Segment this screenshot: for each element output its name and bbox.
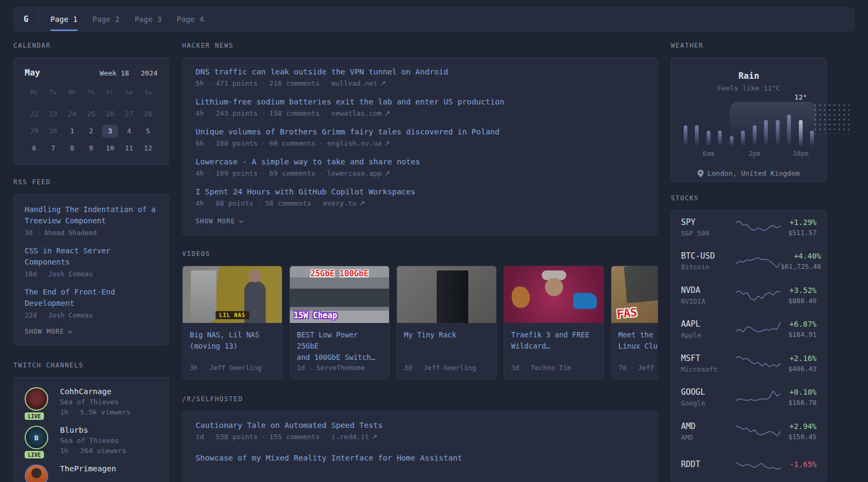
hn-domain-link[interactable]: lowercase.app bbox=[327, 169, 382, 177]
calendar-day: 6 bbox=[25, 142, 43, 155]
hn-comments-link[interactable]: 158 comments bbox=[270, 109, 320, 117]
stock-change: +4.40% bbox=[781, 252, 821, 260]
rss-link[interactable]: CSS in React Server Components bbox=[25, 245, 158, 268]
hn-link[interactable]: I Spent 24 Hours with GitHub Copilot Wor… bbox=[196, 187, 645, 196]
rss-item: Handling The Indentation of a Treeview C… bbox=[25, 204, 158, 237]
hn-domain-link[interactable]: every.to bbox=[323, 199, 357, 207]
weather-current-temp: 12° bbox=[795, 93, 807, 101]
video-meta: 1d·ServeTheHome bbox=[297, 364, 382, 372]
twitch-channel-blurbs[interactable]: B LIVE Blurbs Sea of Thieves 1h·264 view… bbox=[25, 426, 158, 455]
stock-price: $184.91 bbox=[781, 330, 817, 338]
reddit-link[interactable]: Cautionary Tale on Automated Speed Tests bbox=[196, 421, 645, 430]
video-card[interactable]: Traefik 3 and FREEWildcard… 3d·Techno Ti… bbox=[504, 266, 604, 379]
hn-link[interactable]: DNS traffic can leak outside the VPN tun… bbox=[196, 67, 645, 76]
weather-bar bbox=[776, 120, 780, 146]
stock-ticker: GOOGL bbox=[681, 387, 736, 397]
stock-row-nvda[interactable]: NVDANVIDIA +3.52%$888.40 bbox=[681, 278, 817, 313]
channel-meta: 1h·5.5k viewers bbox=[60, 408, 130, 416]
section-title-twitch: TWITCH CHANNELS bbox=[13, 362, 169, 369]
calendar-day: 25 bbox=[81, 108, 100, 120]
stock-name: AMD bbox=[681, 433, 736, 441]
channel-name: ThePrimeagen bbox=[60, 464, 116, 473]
hn-domain-link[interactable]: mullvad.net bbox=[331, 79, 377, 87]
rss-show-more-button[interactable]: SHOW MORE bbox=[25, 328, 158, 335]
reddit-domain-link[interactable]: i.redd.it bbox=[331, 433, 369, 441]
weather-axis-label: 2pm bbox=[749, 150, 760, 157]
video-card[interactable]: My Tiny Rack 3d·Jeff Geerling bbox=[396, 266, 497, 379]
hn-link[interactable]: Unique volumes of Brothers Grimm fairy t… bbox=[196, 127, 645, 136]
video-thumbnail bbox=[397, 266, 496, 323]
hn-comments-link[interactable]: 60 comments bbox=[270, 139, 316, 147]
weather-bar bbox=[741, 131, 745, 146]
stock-row-btc[interactable]: BTC-USDBitcoin +4.40%$61,725.48 bbox=[681, 245, 817, 279]
rss-link[interactable]: The End of Front-End Development bbox=[25, 287, 158, 309]
stock-row-amd[interactable]: AMDAMD +2.94%$150.45 bbox=[681, 415, 817, 449]
stock-row-msft[interactable]: MSFTMicrosoft +2.16%$406.43 bbox=[681, 347, 817, 381]
weather-axis-label: 6am bbox=[702, 150, 714, 157]
calendar-day: 8 bbox=[63, 142, 81, 155]
stock-row-rddt[interactable]: RDDT -1.65% bbox=[681, 449, 817, 482]
video-title: Traefik 3 and FREEWildcard… bbox=[511, 329, 596, 352]
motherboard-art bbox=[624, 266, 658, 303]
external-link-icon: ↗ bbox=[384, 109, 390, 117]
weather-bar bbox=[695, 125, 699, 146]
weather-bar-cell bbox=[683, 103, 687, 146]
hn-domain-link[interactable]: newatlas.com bbox=[331, 109, 381, 117]
stock-name: Apple bbox=[681, 331, 736, 339]
video-card[interactable]: LIL NAS Big NAS, Lil NAS(moving 13) 3h·J… bbox=[182, 266, 282, 379]
video-meta: 3d·Techno Tim bbox=[511, 364, 596, 372]
external-link-icon: ↗ bbox=[372, 433, 378, 441]
hn-comments-link[interactable]: 58 comments bbox=[265, 199, 311, 207]
video-card[interactable]: 25GbE 100GbE 15W Cheap BEST Low Power 25… bbox=[289, 266, 390, 379]
stock-change: +2.94% bbox=[781, 422, 817, 431]
channel-name: Blurbs bbox=[60, 426, 126, 434]
hn-meta: 4h·109 points·69 comments·lowercase.app↗ bbox=[196, 169, 645, 177]
reddit-item: Cautionary Tale on Automated Speed Tests… bbox=[196, 421, 645, 441]
stock-ticker: AAPL bbox=[681, 319, 736, 329]
calendar-day: 11 bbox=[119, 142, 138, 155]
reddit-comments-link[interactable]: 155 comments bbox=[270, 433, 320, 441]
external-link-icon: ↗ bbox=[359, 199, 365, 207]
app-logo[interactable]: G bbox=[14, 8, 39, 31]
hn-item: Lowercase - A simple way to take and sha… bbox=[196, 157, 645, 177]
section-title-rss: RSS FEED bbox=[13, 178, 169, 186]
video-title: Big NAS, Lil NAS(moving 13) bbox=[190, 329, 275, 352]
weather-bar bbox=[684, 125, 687, 146]
twitch-channel-cohhcarnage[interactable]: LIVE CohhCarnage Sea of Thieves 1h·5.5k … bbox=[25, 387, 158, 416]
video-title: Meet theLinux Clu bbox=[618, 329, 658, 352]
face-art bbox=[545, 278, 563, 296]
stock-row-spy[interactable]: SPYS&P 500 +1.29%$511.57 bbox=[681, 210, 817, 245]
avatar: B bbox=[25, 426, 48, 449]
video-meta: 7d·Jeff Geerling bbox=[618, 364, 658, 372]
reddit-link[interactable]: Showcase of my Mixed Reality Interface f… bbox=[196, 454, 645, 462]
twitch-channel-theprimeagen[interactable]: ThePrimeagen bbox=[25, 464, 158, 482]
stock-row-aapl[interactable]: AAPLApple +6.87%$184.91 bbox=[681, 313, 817, 347]
weather-bar-cell bbox=[741, 103, 745, 146]
weather-axis-label: 10pm bbox=[793, 150, 809, 157]
video-card[interactable]: FAS Meet theLinux Clu 7d·Jeff Geerling bbox=[611, 266, 658, 379]
hn-link[interactable]: Lowercase - A simple way to take and sha… bbox=[196, 157, 645, 166]
stock-price: $150.45 bbox=[781, 433, 817, 441]
tab-page-4[interactable]: Page 4 bbox=[177, 8, 204, 31]
weather-bar-cell: 12°10pm bbox=[798, 103, 803, 146]
tab-page-3[interactable]: Page 3 bbox=[134, 8, 162, 31]
stock-price: $888.40 bbox=[781, 297, 817, 305]
hn-domain-link[interactable]: english.nv.ua bbox=[327, 139, 382, 147]
tab-page-2[interactable]: Page 2 bbox=[93, 8, 120, 31]
tab-page-1[interactable]: Page 1 bbox=[50, 8, 78, 31]
stock-price: $61,725.48 bbox=[781, 262, 821, 270]
hn-comments-link[interactable]: 69 comments bbox=[270, 169, 316, 177]
weather-bar bbox=[764, 120, 768, 146]
hn-comments-link[interactable]: 216 comments bbox=[270, 79, 320, 87]
calendar-day: 27 bbox=[119, 108, 138, 120]
hn-show-more-button[interactable]: SHOW MORE bbox=[196, 217, 645, 225]
weather-location: London, United Kingdom bbox=[681, 169, 817, 177]
weather-bar-cell bbox=[718, 103, 722, 146]
hn-link[interactable]: Lithium-free sodium batteries exit the l… bbox=[196, 97, 645, 106]
stock-row-googl[interactable]: GOOGLGoogle +0.10%$166.78 bbox=[681, 381, 817, 415]
reddit-meta: 1d·538 points·155 comments·i.redd.it↗ bbox=[196, 433, 645, 441]
hn-meta: 6h·188 points·60 comments·english.nv.ua↗ bbox=[196, 139, 645, 147]
rss-link[interactable]: Handling The Indentation of a Treeview C… bbox=[25, 204, 158, 227]
channel-game: Sea of Thieves bbox=[60, 436, 126, 445]
rain-dots-pattern bbox=[813, 103, 849, 134]
